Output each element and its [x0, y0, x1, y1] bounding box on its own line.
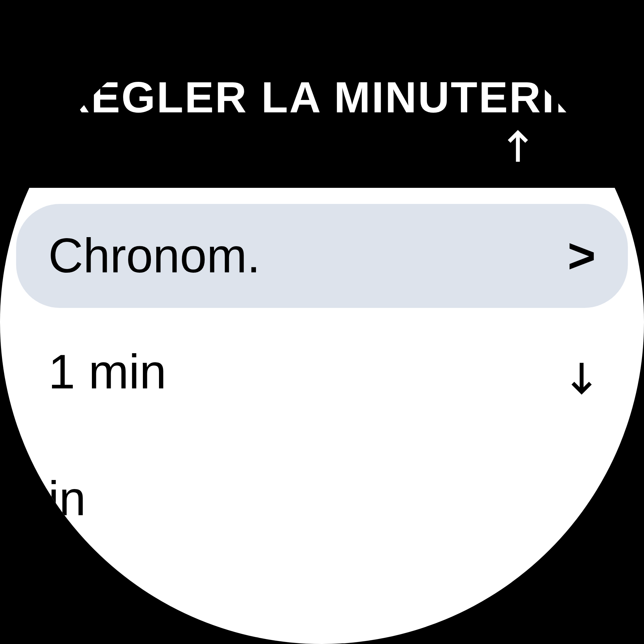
scroll-up-icon[interactable]	[506, 129, 530, 165]
header: RÉGLER LA MINUTERIE	[0, 72, 644, 122]
list-item-partial[interactable]: in	[16, 455, 628, 543]
list-item-stopwatch[interactable]: Chronom. >	[16, 204, 628, 308]
list-item-label: in	[48, 471, 86, 527]
watch-face: RÉGLER LA MINUTERIE Chronom. > 1 min in	[0, 0, 644, 644]
timer-list: Chronom. > 1 min in	[0, 188, 644, 644]
chevron-right-icon: >	[568, 228, 596, 284]
list-item-label: 1 min	[48, 344, 166, 400]
page-title: RÉGLER LA MINUTERIE	[0, 72, 644, 122]
list-item-label: Chronom.	[48, 228, 260, 284]
scroll-down-icon[interactable]	[570, 361, 594, 397]
list-item-1min[interactable]: 1 min	[16, 328, 628, 416]
